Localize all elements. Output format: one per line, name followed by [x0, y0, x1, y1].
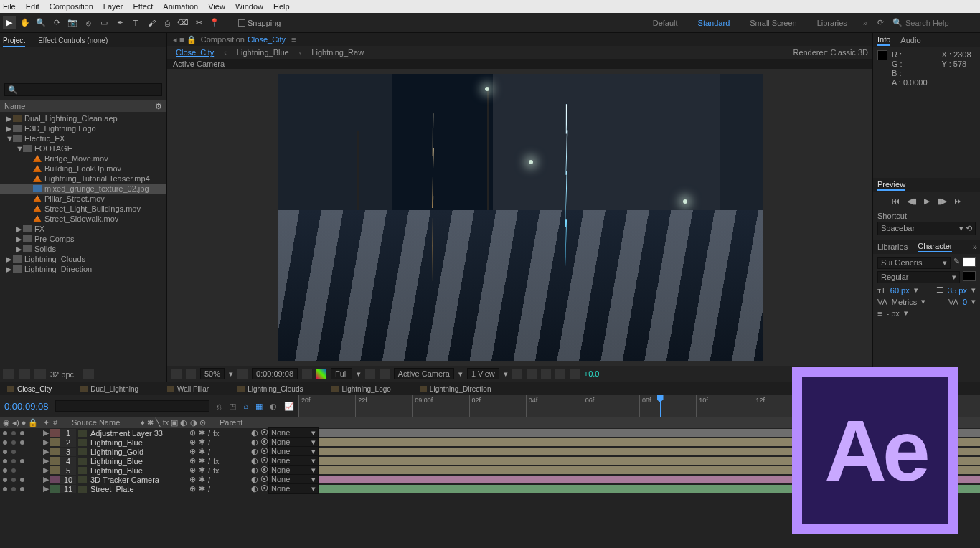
project-item[interactable]: ▼FOOTAGE — [0, 143, 166, 153]
new-comp-button[interactable] — [34, 369, 46, 379]
pan-behind-tool[interactable]: ⎋ — [82, 16, 95, 29]
renderer-dropdown[interactable]: Classic 3D — [830, 48, 868, 57]
stroke-width-field[interactable]: - px — [886, 309, 899, 318]
snapping-checkbox[interactable] — [238, 19, 245, 27]
timeline-tab[interactable]: Lightning_Logo — [331, 385, 390, 393]
project-item[interactable]: ▶Dual_Lightning_Clean.aep — [0, 113, 166, 123]
tab-project[interactable]: Project — [3, 35, 25, 47]
brush-tool[interactable]: 🖌 — [145, 16, 158, 29]
project-item[interactable]: ▶Pre-Comps — [0, 234, 166, 244]
menu-window[interactable]: Window — [235, 2, 263, 11]
project-item[interactable]: ▶FX — [0, 224, 166, 234]
comp-mini-flowchart-icon[interactable]: ⎌ — [217, 402, 222, 410]
preview-first-button[interactable]: ⏮ — [892, 197, 900, 206]
project-item[interactable]: Street_Sidewalk.mov — [0, 214, 166, 224]
timeline-tab[interactable]: Lightning_Direction — [420, 385, 491, 393]
draft3d-icon[interactable]: ◳ — [229, 402, 236, 411]
tab-character[interactable]: Character — [918, 242, 952, 252]
zoom-dropdown[interactable]: 50% — [200, 368, 225, 379]
graph-editor-icon[interactable]: 📈 — [284, 402, 294, 411]
preview-play-button[interactable]: ▶ — [924, 197, 930, 206]
project-item[interactable]: mixed_grunge_texture_02.jpg — [0, 184, 166, 194]
snapshot-icon[interactable] — [302, 369, 312, 379]
project-item[interactable]: Lightning_Tutorial Teaser.mp4 — [0, 174, 166, 184]
menu-help[interactable]: Help — [273, 2, 290, 11]
roi-icon[interactable] — [365, 369, 375, 379]
tab-libraries[interactable]: Libraries — [877, 242, 908, 251]
hand-tool[interactable]: ✋ — [19, 16, 32, 29]
timeline-icon[interactable] — [541, 369, 551, 379]
workspace-default[interactable]: Default — [653, 19, 678, 27]
preview-prev-button[interactable]: ◀▮ — [907, 197, 917, 206]
menu-animation[interactable]: Animation — [163, 2, 198, 11]
tab-info[interactable]: Info — [877, 35, 890, 46]
project-column-header[interactable]: Name ⚙ — [0, 100, 166, 112]
crumb-lightning-blue[interactable]: Lightning_Blue — [237, 48, 289, 57]
channel-icon[interactable] — [316, 369, 326, 379]
resolution-icon[interactable] — [237, 369, 248, 379]
rotate-tool[interactable]: ⟳ — [50, 16, 63, 29]
timeline-timecode[interactable]: 0:00:09:08 — [4, 401, 48, 412]
grid-toggle-icon[interactable] — [186, 369, 196, 379]
menu-edit[interactable]: Edit — [26, 2, 39, 11]
delete-button[interactable] — [83, 369, 94, 379]
shy-icon[interactable]: ⌂ — [243, 402, 248, 410]
pixel-aspect-icon[interactable] — [512, 369, 522, 379]
workspace-standard[interactable]: Standard — [698, 19, 730, 27]
project-item[interactable]: ▶Solids — [0, 244, 166, 254]
project-item[interactable]: ▶Lightning_Direction — [0, 264, 166, 274]
composition-viewer[interactable] — [167, 69, 872, 366]
rect-tool[interactable]: ▭ — [98, 16, 110, 29]
fast-preview-icon[interactable] — [527, 369, 537, 379]
sync-icon[interactable]: ⟳ — [877, 18, 884, 27]
crumb-close-city[interactable]: Close_City — [176, 48, 214, 57]
project-item[interactable]: ▶E3D_Lightning Logo — [0, 123, 166, 133]
roto-tool[interactable]: ✂ — [192, 16, 205, 29]
menu-file[interactable]: File — [3, 2, 16, 11]
project-item[interactable]: Pillar_Street.mov — [0, 194, 166, 204]
project-item[interactable]: ▼Electric_FX — [0, 133, 166, 143]
frameblend-icon[interactable]: ▦ — [255, 402, 263, 411]
shortcut-dropdown[interactable]: Spacebar▾ ⟲ — [877, 222, 976, 235]
resolution-dropdown[interactable]: Full — [331, 368, 352, 379]
timeline-tab[interactable]: Dual_Lightning — [80, 385, 138, 393]
fill-swatch[interactable] — [963, 257, 976, 267]
project-item[interactable]: Street_Light_Buildings.mov — [0, 204, 166, 214]
project-search[interactable]: 🔍 — [4, 83, 162, 96]
crumb-lightning-raw[interactable]: Lightning_Raw — [311, 48, 364, 57]
new-folder-button[interactable] — [19, 369, 30, 379]
reset-exposure-icon[interactable] — [570, 369, 580, 379]
menu-effect[interactable]: Effect — [133, 2, 153, 11]
project-item[interactable]: ▶Lightning_Clouds — [0, 254, 166, 264]
playhead[interactable] — [660, 395, 661, 417]
eraser-tool[interactable]: ⌫ — [176, 16, 189, 29]
timeline-tab[interactable]: Close_City — [7, 385, 52, 393]
camera-tool[interactable]: 📷 — [66, 16, 79, 29]
alpha-toggle-icon[interactable] — [171, 369, 182, 379]
menu-layer[interactable]: Layer — [103, 2, 123, 11]
eyedropper-icon[interactable]: ✎ — [953, 257, 960, 271]
tracking-field[interactable]: 0 — [963, 298, 967, 306]
type-tool[interactable]: T — [129, 16, 142, 29]
timeline-tab[interactable]: Wall Pillar — [167, 385, 209, 393]
views-dropdown[interactable]: 1 View — [467, 368, 499, 379]
font-size-field[interactable]: 60 px — [890, 286, 910, 295]
stroke-swatch[interactable] — [963, 271, 976, 281]
leading-field[interactable]: 35 px — [948, 286, 967, 295]
kerning-dropdown[interactable]: Metrics — [892, 298, 917, 306]
preview-next-button[interactable]: ▮▶ — [937, 197, 947, 206]
stamp-tool[interactable]: ⎙ — [161, 16, 174, 29]
select-tool[interactable]: ▶ — [3, 16, 16, 29]
zoom-tool[interactable]: 🔍 — [34, 16, 47, 29]
exposure-value[interactable]: +0.0 — [584, 369, 600, 378]
timeline-tab[interactable]: Lightning_Clouds — [237, 385, 303, 393]
pen-tool[interactable]: ✒ — [113, 16, 126, 29]
transparency-icon[interactable] — [380, 369, 390, 379]
camera-dropdown[interactable]: Active Camera — [394, 368, 454, 379]
puppet-tool[interactable]: 📍 — [208, 16, 221, 29]
preview-last-button[interactable]: ⏭ — [954, 197, 962, 206]
font-style-dropdown[interactable]: Regular▾ — [877, 271, 960, 283]
motionblur-icon[interactable]: ◐ — [270, 402, 277, 411]
workspace-small[interactable]: Small Screen — [750, 19, 796, 27]
workspace-libraries[interactable]: Libraries — [817, 19, 847, 27]
